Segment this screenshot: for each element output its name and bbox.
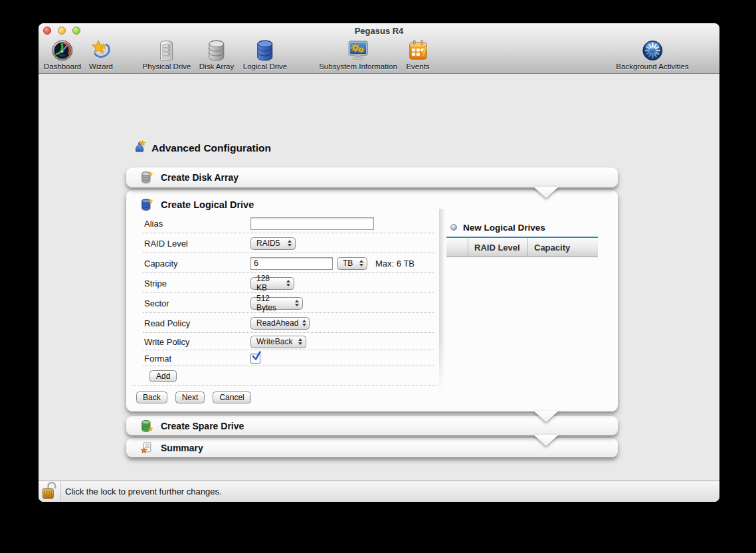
toolbar-label-background-activities: Background Activities xyxy=(616,62,688,70)
write-policy-select[interactable]: WriteBack xyxy=(250,336,306,348)
titlebar[interactable]: Pegasus R4 xyxy=(39,23,719,39)
sector-select[interactable]: 512 Bytes xyxy=(250,297,303,310)
logical-drive-icon xyxy=(243,40,287,62)
read-policy-select[interactable]: ReadAhead xyxy=(250,317,310,330)
alias-input[interactable] xyxy=(250,217,374,230)
toolbar-item-disk-array[interactable]: Disk Array xyxy=(199,40,234,70)
events-icon xyxy=(406,40,429,62)
lock-open-icon xyxy=(42,481,57,502)
sector-label: Sector xyxy=(144,298,250,308)
lock-button[interactable] xyxy=(39,481,61,502)
raid-level-select[interactable]: RAID5 xyxy=(250,237,296,250)
updown-arrows-icon xyxy=(302,319,306,327)
section-title-create-spare-drive: Create Spare Drive xyxy=(161,421,244,431)
table-header-raid-level: RAID Level xyxy=(468,238,528,257)
section-title-summary: Summary xyxy=(161,443,203,453)
alias-row: Alias xyxy=(126,213,440,233)
toolbar-item-background-activities[interactable]: Background Activities xyxy=(616,40,688,70)
toolbar-item-dashboard[interactable]: Dashboard xyxy=(44,40,81,70)
toolbar-label-wizard: Wizard xyxy=(89,62,113,70)
new-logical-drives-panel: New Logical Drives RAID Level Capacity xyxy=(446,220,598,257)
section-create-disk-array[interactable]: Create Disk Array xyxy=(126,167,618,187)
raid-level-value: RAID5 xyxy=(256,239,280,248)
stripe-select[interactable]: 128 KB xyxy=(250,277,294,290)
wizard-icon xyxy=(89,40,113,62)
stripe-value: 128 KB xyxy=(256,274,282,292)
section-title-create-logical-drive: Create Logical Drive xyxy=(161,199,254,210)
toolbar-label-subsystem-information: Subsystem Information xyxy=(319,62,397,70)
create-spare-drive-icon xyxy=(141,419,154,433)
read-policy-value: ReadAhead xyxy=(256,318,298,328)
write-policy-row: Write Policy WriteBack xyxy=(126,333,440,350)
updown-arrows-icon xyxy=(294,299,299,307)
capacity-input[interactable] xyxy=(250,257,333,270)
window-chrome: Pegasus R4 Dashboard xyxy=(39,23,719,74)
capacity-unit-select[interactable]: TB xyxy=(337,257,367,270)
table-header-empty xyxy=(446,238,468,257)
toolbar-label-events: Events xyxy=(406,62,429,70)
raid-level-row: RAID Level RAID5 xyxy=(126,233,440,253)
disk-array-icon xyxy=(199,40,234,62)
toolbar: Dashboard Wizard xyxy=(39,39,719,73)
alias-label: Alias xyxy=(144,219,250,229)
updown-arrows-icon xyxy=(359,259,363,267)
add-button[interactable]: Add xyxy=(149,370,177,382)
toolbar-item-logical-drive[interactable]: Logical Drive xyxy=(243,40,287,70)
table-header-capacity: Capacity xyxy=(528,238,598,257)
write-policy-label: Write Policy xyxy=(144,337,250,347)
back-button[interactable]: Back xyxy=(136,391,167,403)
create-disk-array-icon xyxy=(141,171,154,184)
create-logical-drive-panel: Create Logical Drive Alias RAID Level RA… xyxy=(126,190,618,411)
section-title-create-disk-array: Create Disk Array xyxy=(161,172,238,183)
format-label: Format xyxy=(144,354,250,364)
capacity-unit-value: TB xyxy=(343,259,353,268)
background-activities-icon xyxy=(616,40,688,62)
summary-icon xyxy=(141,441,154,455)
flow-arrow-notch xyxy=(533,435,559,447)
raid-level-label: RAID Level xyxy=(144,239,250,249)
read-policy-label: Read Policy xyxy=(144,318,250,328)
sector-value: 512 Bytes xyxy=(256,294,290,312)
wizard-nav-buttons: Back Next Cancel xyxy=(136,391,440,403)
write-policy-value: WriteBack xyxy=(256,337,292,346)
format-checkbox[interactable] xyxy=(250,354,260,364)
status-text: Click the lock to prevent further change… xyxy=(65,487,222,497)
capacity-row: Capacity TB Max: 6 TB xyxy=(126,253,440,273)
status-bar: Click the lock to prevent further change… xyxy=(39,481,719,502)
window-title: Pegasus R4 xyxy=(39,23,719,39)
cancel-button[interactable]: Cancel xyxy=(213,391,250,403)
table-header-row: RAID Level Capacity xyxy=(446,238,598,257)
updown-arrows-icon xyxy=(298,338,302,346)
toolbar-item-subsystem-information[interactable]: Subsystem Information xyxy=(319,40,397,70)
capacity-max-text: Max: 6 TB xyxy=(375,259,415,269)
toolbar-item-wizard[interactable]: Wizard xyxy=(89,40,113,70)
toolbar-item-physical-drive[interactable]: Physical Drive xyxy=(143,40,191,70)
flow-arrow-notch xyxy=(533,411,559,423)
advanced-configuration-icon xyxy=(133,140,146,156)
toolbar-label-logical-drive: Logical Drive xyxy=(243,62,287,70)
logical-drive-form: Alias RAID Level RAID5 Capacity TB xyxy=(126,213,440,403)
section-create-logical-drive[interactable]: Create Logical Drive xyxy=(126,197,254,213)
capacity-label: Capacity xyxy=(144,259,250,269)
content-area: Advanced Configuration Create Disk Array xyxy=(39,74,719,481)
page-title: Advanced Configuration xyxy=(151,142,271,154)
updown-arrows-icon xyxy=(286,279,290,287)
toolbar-item-events[interactable]: Events xyxy=(406,40,429,70)
subsystem-information-icon xyxy=(319,40,397,62)
toolbar-label-physical-drive: Physical Drive xyxy=(143,62,191,70)
updown-arrows-icon xyxy=(287,239,292,247)
format-row: Format xyxy=(126,350,440,366)
next-button[interactable]: Next xyxy=(175,391,205,403)
add-row: Add xyxy=(126,366,440,386)
sphere-bullet-icon xyxy=(450,224,457,231)
physical-drive-icon xyxy=(143,40,191,62)
new-logical-drives-title: New Logical Drives xyxy=(463,223,545,233)
dashboard-icon xyxy=(44,40,81,62)
page-heading: Advanced Configuration xyxy=(133,141,271,156)
create-logical-drive-icon xyxy=(141,198,154,211)
stripe-label: Stripe xyxy=(144,278,250,288)
read-policy-row: Read Policy ReadAhead xyxy=(126,313,440,333)
flow-arrow-notch xyxy=(533,187,559,199)
toolbar-label-dashboard: Dashboard xyxy=(44,62,81,70)
app-window: Pegasus R4 Dashboard xyxy=(39,23,719,502)
